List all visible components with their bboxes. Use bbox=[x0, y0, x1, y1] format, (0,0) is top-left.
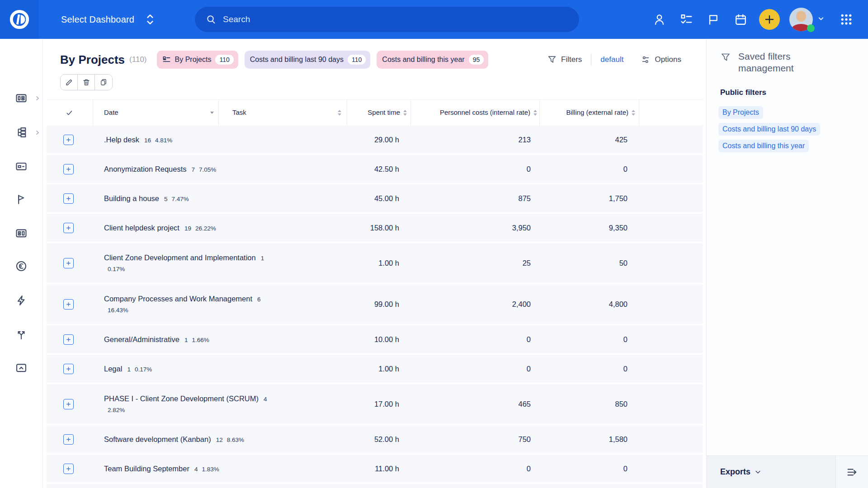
table-row[interactable]: Team Building September41.83% 11.00 h 0 … bbox=[47, 455, 703, 483]
check-icon bbox=[65, 108, 74, 117]
collapse-panel-button[interactable] bbox=[835, 455, 868, 488]
expand-row-button[interactable] bbox=[63, 193, 74, 204]
row-spent-time: 52.00 h bbox=[347, 435, 411, 444]
flag-icon[interactable] bbox=[700, 6, 727, 33]
row-personnel-costs: 465 bbox=[411, 400, 540, 408]
row-project-name[interactable]: General/Administrative bbox=[104, 335, 179, 343]
default-filter-link[interactable]: default bbox=[600, 55, 623, 64]
expand-row-button[interactable] bbox=[63, 299, 74, 310]
table-row[interactable]: Software development (Kanban)128.63% 52.… bbox=[47, 425, 703, 453]
expand-row-button[interactable] bbox=[63, 258, 74, 268]
public-filter-link[interactable]: Costs and billing this year bbox=[718, 140, 809, 152]
easy-project-logo-icon bbox=[8, 8, 31, 31]
table-row[interactable]: Anonymization Requests77.05% 42.50 h 0 0 bbox=[47, 155, 703, 183]
duplicate-filter-button[interactable] bbox=[95, 75, 112, 90]
row-spent-time: 1.00 h bbox=[347, 365, 411, 373]
users-icon[interactable] bbox=[646, 6, 673, 33]
column-header-personnel-costs[interactable]: Personnel costs (internal rate) bbox=[411, 100, 540, 126]
column-header-date[interactable]: Date bbox=[93, 100, 219, 126]
projects-table: Date Task Spent time Personnel costs (in… bbox=[47, 99, 703, 488]
row-project-name[interactable]: Team Building September bbox=[104, 465, 189, 473]
edit-filter-button[interactable] bbox=[61, 75, 78, 90]
expand-row-button[interactable] bbox=[63, 334, 74, 345]
row-spent-time: 29.00 h bbox=[347, 136, 411, 144]
filter-actions-group bbox=[60, 74, 113, 90]
row-spent-time: 42.50 h bbox=[347, 165, 411, 174]
sort-icons[interactable] bbox=[533, 110, 537, 116]
table-row[interactable]: Building a house57.47% 45.00 h 875 1,750 bbox=[47, 184, 703, 212]
saved-filter-chip[interactable]: By Projects 110 bbox=[157, 51, 238, 69]
row-project-name[interactable]: Software development (Kanban) bbox=[104, 435, 211, 443]
row-project-name[interactable]: Legal bbox=[104, 365, 122, 373]
exports-button[interactable]: Exports bbox=[707, 455, 836, 488]
column-header-billing[interactable]: Billing (external rate) bbox=[540, 100, 639, 126]
row-task-count: 1 bbox=[261, 255, 264, 262]
plus-icon bbox=[66, 466, 71, 472]
dashboards-expand-chevron-icon[interactable] bbox=[34, 95, 40, 101]
hierarchy-expand-chevron-icon[interactable] bbox=[34, 130, 40, 136]
dashboard-selector[interactable]: Select Dashboard bbox=[61, 13, 156, 26]
select-all-checkmark[interactable] bbox=[47, 100, 93, 126]
sort-icons[interactable] bbox=[403, 110, 407, 116]
options-button[interactable]: Options bbox=[641, 55, 681, 65]
expand-row-button[interactable] bbox=[63, 223, 74, 233]
row-project-name[interactable]: Client helpdesk project bbox=[104, 224, 179, 232]
expand-row-button[interactable] bbox=[63, 399, 74, 409]
hierarchy-icon[interactable] bbox=[15, 126, 28, 139]
board-icon[interactable] bbox=[15, 160, 28, 173]
table-row[interactable]: Legal10.17% 1.00 h 0 0 bbox=[47, 355, 703, 383]
expand-row-button[interactable] bbox=[63, 434, 74, 445]
filters-button[interactable]: Filters bbox=[547, 55, 582, 65]
lightning-icon[interactable] bbox=[15, 294, 28, 307]
row-project-name[interactable]: Company Processes and Work Management bbox=[104, 295, 252, 303]
table-row[interactable]: Client helpdesk project1926.22% 158.00 h… bbox=[47, 214, 703, 242]
create-new-button[interactable] bbox=[759, 9, 780, 30]
expand-row-button[interactable] bbox=[63, 135, 74, 145]
table-row[interactable]: Waterfall - Implementation of IS2420.74%… bbox=[47, 484, 703, 488]
row-project-name[interactable]: PHASE I - Client Zone Development (SCRUM… bbox=[104, 394, 259, 403]
table-row[interactable]: General/Administrative11.66% 10.00 h 0 0 bbox=[47, 325, 703, 353]
topbar-actions bbox=[646, 0, 868, 39]
row-project-name[interactable]: Client Zone Development and Implementati… bbox=[104, 253, 256, 262]
row-project-name[interactable]: .Help desk bbox=[104, 136, 139, 144]
account-menu-chevron-icon[interactable] bbox=[816, 14, 826, 25]
expand-row-button[interactable] bbox=[63, 464, 74, 474]
table-row[interactable]: Client Zone Development and Implementati… bbox=[47, 243, 703, 283]
collapse-right-icon bbox=[846, 466, 859, 479]
row-billing: 425 bbox=[540, 136, 639, 144]
app-logo[interactable] bbox=[0, 0, 39, 39]
sort-icons[interactable] bbox=[632, 110, 635, 116]
calendar-icon[interactable] bbox=[727, 6, 754, 33]
dashboards-icon[interactable] bbox=[15, 92, 28, 104]
search-input[interactable] bbox=[223, 14, 539, 24]
expand-row-button[interactable] bbox=[63, 364, 74, 374]
user-avatar[interactable] bbox=[789, 8, 813, 31]
row-billing: 850 bbox=[540, 400, 639, 408]
top-bar: Select Dashboard bbox=[0, 0, 868, 39]
table-row[interactable]: Company Processes and Work Management616… bbox=[47, 284, 703, 324]
sort-icons[interactable] bbox=[338, 110, 341, 116]
column-header-task[interactable]: Task bbox=[219, 100, 347, 126]
delete-filter-button[interactable] bbox=[78, 75, 95, 90]
tasks-icon[interactable] bbox=[673, 6, 700, 33]
row-project-name[interactable]: Building a house bbox=[104, 194, 159, 202]
branch-icon[interactable] bbox=[15, 328, 28, 341]
saved-filter-chip[interactable]: Costs and billing this year 95 bbox=[377, 51, 488, 69]
flag-icon[interactable] bbox=[15, 193, 28, 206]
column-header-spent-time[interactable]: Spent time bbox=[347, 100, 411, 126]
public-filter-link[interactable]: By Projects bbox=[718, 106, 763, 119]
saved-filter-chip[interactable]: Costs and billing last 90 days 110 bbox=[245, 51, 371, 69]
apps-grid-icon[interactable] bbox=[833, 6, 860, 33]
global-search[interactable] bbox=[195, 7, 579, 32]
table-row[interactable]: PHASE I - Client Zone Development (SCRUM… bbox=[47, 384, 703, 424]
expand-row-button[interactable] bbox=[63, 164, 74, 174]
euro-icon[interactable] bbox=[15, 260, 28, 272]
row-project-name[interactable]: Anonymization Requests bbox=[104, 165, 187, 173]
panels-icon[interactable] bbox=[15, 227, 28, 239]
table-row[interactable]: .Help desk164.81% 29.00 h 213 425 bbox=[47, 126, 703, 154]
date-filter-dropdown-icon[interactable] bbox=[210, 112, 214, 114]
archive-icon[interactable] bbox=[15, 361, 28, 374]
public-filter-link[interactable]: Costs and billing last 90 days bbox=[718, 123, 820, 136]
row-task-count: 7 bbox=[192, 166, 195, 173]
row-percent: 7.47% bbox=[172, 196, 189, 202]
